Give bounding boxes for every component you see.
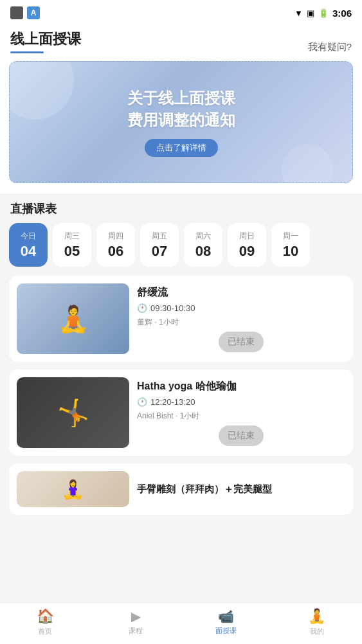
day-item-3[interactable]: 周五 07 — [140, 223, 179, 267]
day-label-2: 周四 — [108, 231, 123, 242]
page-header: 线上面授课 我有疑问? — [0, 23, 362, 61]
class-icon: 📹 — [218, 609, 234, 624]
course-time-row-1: 🕐 12:20-13:20 — [137, 397, 345, 407]
header-title-wrap: 线上面授课 — [10, 30, 81, 53]
day-item-1[interactable]: 周三 05 — [53, 223, 91, 267]
course-name-0: 舒缓流 — [137, 286, 345, 300]
schedule-section-title: 直播课表 — [0, 193, 362, 223]
mine-icon: 🧘 — [308, 608, 325, 625]
nav-home[interactable]: 🏠 首页 — [0, 608, 91, 636]
course-status-btn-1[interactable]: 已结束 — [219, 425, 264, 446]
banner-button[interactable]: 点击了解详情 — [145, 139, 218, 157]
day-item-2[interactable]: 周四 06 — [96, 223, 135, 267]
course-time-row-0: 🕐 09:30-10:30 — [137, 303, 345, 313]
title-underline — [10, 51, 44, 53]
bottom-nav: 🏠 首页 ▶ 课程 📹 面授课 🧘 我的 — [0, 602, 362, 644]
nav-class[interactable]: 📹 面授课 — [181, 609, 272, 636]
nav-label-course: 课程 — [129, 626, 143, 636]
thumb-image-1 — [17, 377, 129, 448]
course-list: 舒缓流 🕐 09:30-10:30 董辉 · 1小时 已结束 Hatha yog… — [0, 276, 362, 515]
course-thumb-0 — [17, 283, 129, 354]
nav-label-mine: 我的 — [310, 627, 324, 636]
banner-deco-2 — [282, 144, 333, 183]
day-num-4: 08 — [195, 243, 211, 260]
nav-mine[interactable]: 🧘 我的 — [271, 608, 362, 636]
signal-icon: ▣ — [307, 8, 314, 18]
course-time-1: 12:20-13:20 — [150, 397, 195, 407]
day-num-2: 06 — [108, 243, 123, 260]
nav-course[interactable]: ▶ 课程 — [91, 609, 181, 636]
clock-icon-1: 🕐 — [137, 397, 147, 407]
day-label-5: 周日 — [239, 231, 255, 242]
app-icon-1 — [10, 6, 23, 19]
course-status-btn-0[interactable]: 已结束 — [219, 332, 264, 352]
day-num-6: 10 — [283, 243, 298, 260]
course-card-0[interactable]: 舒缓流 🕐 09:30-10:30 董辉 · 1小时 已结束 — [9, 276, 353, 362]
course-time-0: 09:30-10:30 — [150, 303, 195, 313]
status-right-icons: ▼ ▣ 🔋 3:06 — [294, 8, 352, 19]
day-label-0: 今日 — [21, 231, 36, 242]
course-instructor-1: Aniel Bisht · 1小时 — [137, 411, 345, 422]
status-time: 3:06 — [332, 8, 352, 19]
course-name-1: Hatha yoga 哈他瑜伽 — [137, 380, 345, 393]
home-icon: 🏠 — [37, 608, 54, 625]
banner[interactable]: 关于线上面授课费用调整的通知 点击了解详情 — [9, 61, 353, 183]
day-item-0[interactable]: 今日 04 — [9, 223, 48, 267]
course-card-2[interactable]: 手臂雕刻（拜拜肉）＋完美腿型 — [9, 463, 353, 515]
question-link[interactable]: 我有疑问? — [308, 41, 352, 53]
day-label-6: 周一 — [283, 231, 298, 242]
course-icon: ▶ — [131, 609, 141, 624]
course-instructor-0: 董辉 · 1小时 — [137, 317, 345, 328]
day-label-3: 周五 — [152, 231, 167, 242]
day-num-0: 04 — [21, 243, 36, 260]
banner-deco-1 — [9, 61, 74, 120]
course-thumb-2 — [17, 471, 129, 507]
day-label-4: 周六 — [195, 231, 211, 242]
day-num-1: 05 — [64, 243, 80, 260]
thumb-image-0 — [17, 283, 129, 354]
day-num-3: 07 — [152, 243, 167, 260]
course-card-1[interactable]: Hatha yoga 哈他瑜伽 🕐 12:20-13:20 Aniel Bish… — [9, 370, 353, 456]
course-thumb-1 — [17, 377, 129, 448]
day-item-6[interactable]: 周一 10 — [271, 223, 310, 267]
day-selector: 今日 04 周三 05 周四 06 周五 07 周六 08 周日 09 周一 1… — [0, 223, 362, 276]
nav-label-home: 首页 — [38, 627, 52, 636]
nav-label-class: 面授课 — [215, 626, 237, 636]
day-item-4[interactable]: 周六 08 — [184, 223, 222, 267]
battery-icon: 🔋 — [318, 8, 329, 18]
status-bar: A ▼ ▣ 🔋 3:06 — [0, 0, 362, 23]
banner-section: 关于线上面授课费用调整的通知 点击了解详情 — [0, 61, 362, 193]
page-title: 线上面授课 — [10, 30, 81, 49]
course-info-1: Hatha yoga 哈他瑜伽 🕐 12:20-13:20 Aniel Bish… — [137, 380, 345, 446]
status-left-icons: A — [10, 6, 40, 19]
bottom-spacer — [0, 515, 362, 566]
clock-icon-0: 🕐 — [137, 303, 147, 313]
course-info-0: 舒缓流 🕐 09:30-10:30 董辉 · 1小时 已结束 — [137, 286, 345, 352]
day-label-1: 周三 — [64, 231, 80, 242]
app-icon-2: A — [27, 6, 40, 19]
day-num-5: 09 — [239, 243, 255, 260]
course-name-2: 手臂雕刻（拜拜肉）＋完美腿型 — [137, 483, 272, 496]
banner-title: 关于线上面授课费用调整的通知 — [127, 87, 235, 130]
wifi-icon: ▼ — [294, 8, 303, 18]
day-item-5[interactable]: 周日 09 — [228, 223, 266, 267]
